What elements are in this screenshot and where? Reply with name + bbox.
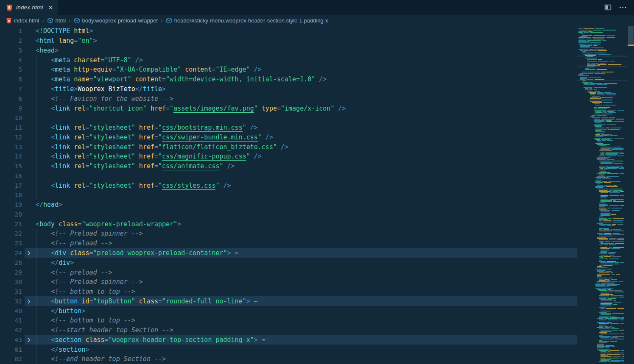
line-number[interactable]: 14 (0, 153, 22, 160)
line-number[interactable]: 42 (0, 327, 22, 333)
code-line-content[interactable]: <link rel="shortcut icon" href="assets/i… (36, 105, 577, 112)
line-number[interactable]: 23 (0, 240, 22, 247)
tab-index-html[interactable]: 5 index.html ✕ (0, 0, 58, 15)
line-number[interactable]: 22 (0, 230, 22, 237)
code-line[interactable]: 13 <link rel="stylesheet" href="flaticon… (0, 142, 577, 152)
line-number[interactable]: 5 (0, 66, 22, 73)
code-line[interactable]: 5 <meta http-equiv="X-UA-Compatible" con… (0, 65, 577, 75)
code-line[interactable]: 7 <title>Wooprex BizTeto</title> (0, 84, 577, 94)
line-number[interactable]: 2 (0, 37, 22, 44)
code-line-content[interactable]: <button id="topButton" class="rounded-fu… (36, 297, 577, 305)
code-line[interactable]: 81 </section> (0, 345, 577, 354)
code-line[interactable]: 15 <link rel="stylesheet" href="css/anim… (0, 161, 577, 171)
code-line-content[interactable]: <link rel="stylesheet" href="css/magnifi… (36, 153, 577, 160)
close-icon[interactable]: ✕ (48, 5, 53, 11)
code-line[interactable]: 11 <link rel="stylesheet" href="css/boot… (0, 123, 577, 133)
code-line[interactable]: 4 <meta charset="UTF-8" /> (0, 55, 577, 65)
code-line-content[interactable]: <!DOCTYPE html> (36, 27, 577, 35)
code-line-content[interactable]: <!-- Favicon for the website --> (36, 95, 577, 103)
code-line[interactable]: 17 <link rel="stylesheet" href="css/styl… (0, 181, 577, 190)
fold-chevron-icon[interactable]: ❯ (22, 298, 36, 304)
code-line[interactable]: 10 (0, 113, 577, 123)
code-line[interactable]: 23 <!-- preload --> (0, 239, 577, 248)
scrollbar-thumb[interactable] (628, 26, 634, 44)
line-number[interactable]: 43 (0, 336, 22, 343)
code-line-content[interactable]: <!-- Preload spinner --> (36, 230, 577, 237)
line-number[interactable]: 31 (0, 288, 22, 295)
code-line[interactable]: 82 <!--end header top Section --> (0, 354, 577, 364)
split-editor-icon[interactable] (604, 4, 612, 11)
code-area[interactable]: 1<!DOCTYPE html>2<html lang="en">3<head>… (0, 26, 577, 364)
line-number[interactable]: 4 (0, 57, 22, 64)
line-number[interactable]: 3 (0, 47, 22, 54)
line-number[interactable]: 21 (0, 221, 22, 228)
code-line[interactable]: 6 <meta name="viewport" content="width=d… (0, 75, 577, 84)
code-line[interactable]: 1<!DOCTYPE html> (0, 26, 577, 36)
code-line[interactable]: 2<html lang="en"> (0, 36, 577, 46)
line-number[interactable]: 1 (0, 28, 22, 34)
code-line-content[interactable]: <link rel="stylesheet" href="css/swiper-… (36, 133, 577, 141)
line-number[interactable]: 40 (0, 308, 22, 314)
code-line-content[interactable]: </head> (36, 201, 577, 208)
code-line[interactable]: 18 (0, 190, 577, 200)
code-line-content[interactable]: <meta http-equiv="X-UA-Compatible" conte… (36, 66, 577, 73)
code-line[interactable]: 19</head> (0, 200, 577, 210)
breadcrumb-item[interactable]: body.wooprex-preload-wrapper (74, 17, 158, 24)
code-line-content[interactable]: </section> (36, 346, 577, 353)
code-line-content[interactable]: <!-- preload --> (36, 239, 577, 247)
breadcrumb-item[interactable]: html (47, 17, 66, 24)
code-line-content[interactable]: <html lang="en"> (36, 37, 577, 44)
code-line-content[interactable]: <!--end header top Section --> (36, 355, 577, 363)
code-line-content[interactable]: <!-- Preload spinner --> (36, 278, 577, 286)
code-line-content[interactable]: <meta charset="UTF-8" /> (36, 56, 577, 64)
line-number[interactable]: 81 (0, 346, 22, 353)
breadcrumb-item[interactable]: header#sticky-menu.wooprex-header-sectio… (166, 17, 328, 24)
code-line-content[interactable]: <!--start header top Section --> (36, 326, 577, 334)
code-line-content[interactable]: <head> (36, 47, 577, 54)
code-line[interactable]: 40 </button> (0, 306, 577, 316)
line-number[interactable]: 24 (0, 250, 22, 256)
code-line[interactable]: 21<body class="wooprex-preload-wrapper"> (0, 219, 577, 229)
code-line-content[interactable]: <title>Wooprex BizTeto</title> (36, 85, 577, 93)
line-number[interactable]: 15 (0, 163, 22, 169)
code-line[interactable]: 31 <!-- bottom to top --> (0, 287, 577, 297)
code-line-content[interactable]: <body class="wooprex-preload-wrapper"> (36, 220, 577, 228)
code-line[interactable]: 12 <link rel="stylesheet" href="css/swip… (0, 132, 577, 142)
fold-chevron-icon[interactable]: ❯ (22, 337, 36, 343)
line-number[interactable]: 28 (0, 259, 22, 266)
code-line[interactable]: 43❯ <section class="wooprex-header-top-s… (0, 335, 577, 345)
line-number[interactable]: 30 (0, 278, 22, 285)
code-line-content[interactable]: <link rel="stylesheet" href="flaticon/fl… (36, 143, 577, 151)
line-number[interactable]: 12 (0, 134, 22, 141)
code-line[interactable]: 14 <link rel="stylesheet" href="css/magn… (0, 152, 577, 161)
scrollbar[interactable] (628, 26, 634, 364)
fold-chevron-icon[interactable]: ❯ (22, 250, 36, 256)
code-line[interactable]: 24❯ <div class="preload wooprex-preload-… (0, 248, 577, 258)
code-line-content[interactable]: <section class="wooprex-header-top-secti… (36, 336, 577, 344)
code-line-content[interactable]: <link rel="stylesheet" href="css/bootstr… (36, 124, 577, 131)
code-line[interactable]: 32❯ <button id="topButton" class="rounde… (0, 296, 577, 306)
line-number[interactable]: 32 (0, 298, 22, 305)
code-line-content[interactable]: <div class="preload wooprex-preload-cont… (36, 249, 577, 257)
line-number[interactable]: 6 (0, 76, 22, 83)
line-number[interactable]: 8 (0, 95, 22, 102)
code-line[interactable]: 3<head> (0, 46, 577, 56)
minimap[interactable] (577, 26, 628, 364)
breadcrumb-item[interactable]: 5index.html (6, 17, 39, 24)
code-line-content[interactable]: <!-- bottom to top --> (36, 317, 577, 324)
code-line[interactable]: 30 <!-- Preload spinner --> (0, 277, 577, 287)
line-number[interactable]: 9 (0, 105, 22, 112)
line-number[interactable]: 41 (0, 317, 22, 324)
code-line[interactable]: 9 <link rel="shortcut icon" href="assets… (0, 103, 577, 113)
more-actions-icon[interactable]: ··· (619, 4, 627, 11)
code-line-content[interactable]: <!-- preload --> (36, 269, 577, 276)
line-number[interactable]: 10 (0, 114, 22, 121)
line-number[interactable]: 29 (0, 269, 22, 276)
line-number[interactable]: 82 (0, 356, 22, 362)
code-line[interactable]: 41 <!-- bottom to top --> (0, 316, 577, 325)
code-line-content[interactable]: <link rel="stylesheet" href="css/styles.… (36, 182, 577, 189)
code-line-content[interactable]: <link rel="stylesheet" href="css/animate… (36, 162, 577, 170)
line-number[interactable]: 16 (0, 172, 22, 179)
line-number[interactable]: 7 (0, 86, 22, 92)
code-line[interactable]: 20 (0, 210, 577, 220)
